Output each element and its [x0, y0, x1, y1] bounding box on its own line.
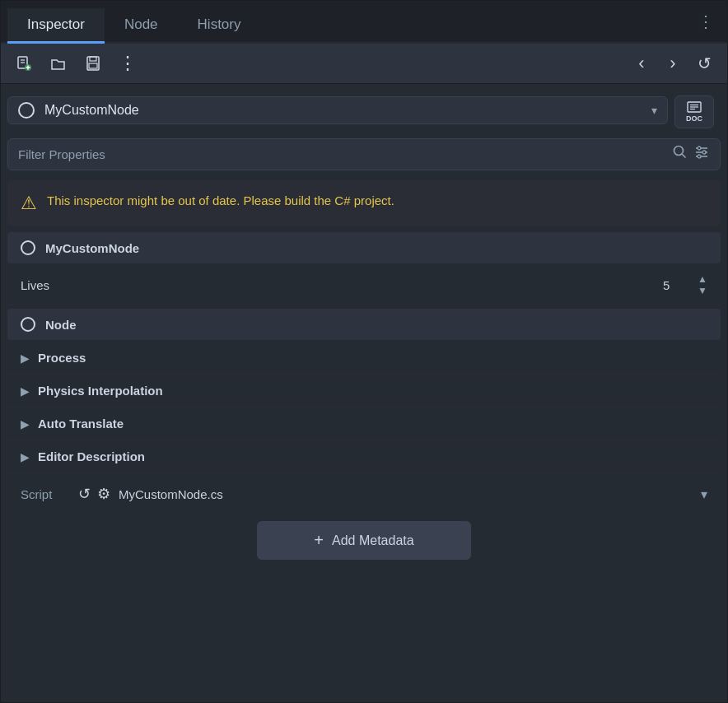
script-row: Script ↺ ⚙ MyCustomNode.cs ▾ — [7, 477, 721, 511]
filter-bar — [7, 138, 721, 170]
tab-bar: Inspector Node History ⋮ — [1, 1, 727, 44]
node-selector-row: MyCustomNode ▾ DOC — [7, 89, 721, 132]
chevron-right-icon-auto-translate: ▶ — [21, 417, 30, 431]
doc-label: DOC — [686, 114, 702, 123]
script-name: MyCustomNode.cs — [119, 487, 693, 501]
warning-text: This inspector might be out of date. Ple… — [47, 192, 394, 211]
add-metadata-button[interactable]: + Add Metadata — [257, 521, 471, 560]
tab-node[interactable]: Node — [105, 8, 178, 44]
script-label: Script — [21, 487, 70, 501]
svg-point-20 — [698, 155, 701, 158]
svg-rect-8 — [89, 63, 97, 68]
tab-history[interactable]: History — [178, 8, 261, 44]
inspector-panel: Inspector Node History ⋮ — [0, 0, 728, 703]
process-label: Process — [38, 351, 86, 365]
save-file-button[interactable] — [78, 49, 108, 78]
svg-line-14 — [683, 155, 686, 158]
node-section-label: Node — [45, 318, 77, 332]
chevron-down-icon: ▾ — [651, 104, 657, 117]
more-options-button[interactable]: ⋮ — [113, 49, 142, 78]
toolbar: ⋮ ‹ › ↺ — [1, 44, 727, 84]
open-file-button[interactable] — [44, 49, 73, 78]
forward-icon: › — [670, 53, 675, 74]
node-section-header[interactable]: Node — [7, 309, 721, 340]
search-icon[interactable] — [672, 144, 687, 165]
back-icon: ‹ — [638, 53, 644, 74]
svg-point-13 — [674, 147, 684, 156]
node-name-label: MyCustomNode — [44, 103, 651, 118]
forward-button[interactable]: › — [658, 49, 688, 78]
new-file-button[interactable] — [9, 49, 39, 78]
script-settings-icon[interactable]: ⚙ — [97, 485, 110, 503]
toolbar-nav: ‹ › ↺ — [627, 49, 719, 78]
svg-point-18 — [698, 147, 701, 150]
filter-settings-icon[interactable] — [693, 144, 710, 165]
collapsible-item-editor-description[interactable]: ▶ Editor Description — [7, 440, 721, 473]
custom-node-section-header[interactable]: MyCustomNode — [7, 232, 721, 263]
chevron-right-icon-process: ▶ — [21, 352, 30, 365]
chevron-right-icon-physics: ▶ — [21, 384, 30, 398]
plus-icon: + — [314, 531, 324, 550]
collapsible-item-process[interactable]: ▶ Process — [7, 342, 721, 375]
node-section-circle-icon — [21, 317, 35, 332]
chevron-right-icon-editor-desc: ▶ — [21, 450, 30, 463]
doc-button[interactable]: DOC — [674, 95, 714, 128]
custom-node-section-label: MyCustomNode — [45, 241, 139, 255]
physics-interpolation-label: Physics Interpolation — [38, 384, 163, 398]
custom-node-circle-icon — [21, 240, 35, 255]
auto-translate-label: Auto Translate — [38, 417, 124, 431]
more-dots-icon: ⋮ — [119, 53, 138, 74]
tab-inspector[interactable]: Inspector — [7, 8, 105, 44]
lives-value[interactable]: 5 — [642, 278, 691, 292]
node-circle-icon — [18, 102, 35, 119]
add-metadata-label: Add Metadata — [332, 533, 414, 548]
lives-label: Lives — [21, 278, 642, 292]
svg-point-19 — [702, 151, 706, 154]
lives-spinner[interactable]: ▲ ▼ — [698, 273, 707, 296]
warning-banner: ⚠ This inspector might be out of date. P… — [7, 180, 721, 226]
node-selector-dropdown[interactable]: MyCustomNode ▾ — [7, 96, 668, 124]
tab-more-button[interactable]: ⋮ — [691, 5, 721, 38]
collapsible-item-auto-translate[interactable]: ▶ Auto Translate — [7, 407, 721, 440]
filter-input[interactable] — [18, 147, 672, 161]
lives-property-row: Lives 5 ▲ ▼ — [7, 265, 721, 305]
script-reload-icon[interactable]: ↺ — [78, 485, 91, 503]
warning-icon: ⚠ — [21, 193, 37, 214]
back-button[interactable]: ‹ — [627, 49, 656, 78]
editor-description-label: Editor Description — [38, 449, 145, 463]
history-button[interactable]: ↺ — [689, 49, 719, 78]
script-dropdown-icon[interactable]: ▾ — [701, 487, 707, 502]
collapsible-item-physics-interpolation[interactable]: ▶ Physics Interpolation — [7, 375, 721, 407]
filter-icons — [672, 144, 710, 165]
history-icon: ↺ — [698, 54, 712, 73]
script-actions: ↺ ⚙ — [78, 485, 110, 503]
